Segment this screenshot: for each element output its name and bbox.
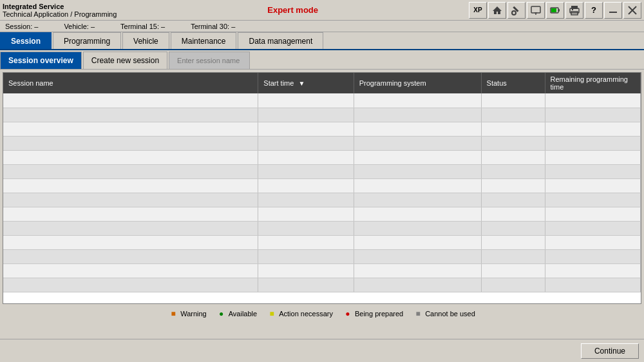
available-icon: ● <box>217 309 226 318</box>
terminal15-info: Terminal 15: – <box>120 23 165 30</box>
help-icon: ? <box>591 5 596 15</box>
svg-rect-8 <box>558 9 560 12</box>
expert-mode-label: Expert mode <box>267 5 318 15</box>
tab-vehicle[interactable]: Vehicle <box>122 32 169 49</box>
col-status: Status <box>481 73 545 93</box>
sub-nav: Session overview Create new session <box>0 50 644 70</box>
legend-warning-label: Warning <box>180 310 207 318</box>
title-bar: Integrated Service Technical Application… <box>0 0 644 21</box>
legend-cannot-be-used: ■ Cannot be used <box>413 309 475 318</box>
col-remaining-time: Remaining programming time <box>545 73 640 93</box>
table-row <box>3 221 641 235</box>
session-name-input[interactable] <box>177 57 242 64</box>
session-table: Session name Start time ▼ Programming sy… <box>3 73 641 292</box>
cannot-icon: ■ <box>413 309 422 318</box>
table-row <box>3 278 641 292</box>
content-area: Session name Start time ▼ Programming sy… <box>3 72 641 304</box>
main-nav: Session Programming Vehicle Maintenance … <box>0 32 644 50</box>
help-button[interactable]: ? <box>585 2 603 19</box>
monitor-button[interactable] <box>527 2 545 19</box>
prepared-icon: ● <box>343 309 352 318</box>
minimize-button[interactable] <box>604 2 622 19</box>
app-title-area: Integrated Service Technical Application… <box>3 3 117 18</box>
table-row <box>3 122 641 136</box>
table-row <box>3 93 641 108</box>
home-button[interactable] <box>488 2 506 19</box>
session-info: Session: – <box>5 23 38 30</box>
legend-action-necessary: ■ Action necessary <box>267 309 333 318</box>
svg-rect-12 <box>572 9 573 10</box>
sort-arrow-start-time: ▼ <box>298 80 305 87</box>
legend-bar: ■ Warning ● Available ■ Action necessary… <box>0 307 644 321</box>
legend-available: ● Available <box>217 309 257 318</box>
table-row <box>3 150 641 164</box>
legend-prepared-label: Being prepared <box>355 310 403 318</box>
col-programming-system: Programming system <box>354 73 481 93</box>
svg-rect-3 <box>531 6 540 13</box>
legend-action-label: Action necessary <box>279 310 333 318</box>
svg-rect-13 <box>609 12 617 13</box>
terminal30-info: Terminal 30: – <box>191 23 235 30</box>
home-icon <box>492 5 502 15</box>
print-icon <box>569 5 580 15</box>
col-session-name: Session name <box>3 73 258 93</box>
monitor-icon <box>531 5 541 15</box>
tools-button[interactable] <box>507 2 526 19</box>
svg-point-2 <box>512 11 516 15</box>
tab-maintenance[interactable]: Maintenance <box>171 32 237 49</box>
table-row <box>3 235 641 249</box>
table-row <box>3 136 641 150</box>
minimize-icon <box>608 5 618 15</box>
battery-button[interactable] <box>546 2 564 19</box>
legend-warning: ■ Warning <box>169 309 207 318</box>
svg-marker-0 <box>493 6 502 14</box>
close-icon <box>627 5 638 15</box>
sub-tab-session-overview[interactable]: Session overview <box>0 52 82 69</box>
app-title-line2: Technical Application / Programming <box>3 10 117 18</box>
tab-programming[interactable]: Programming <box>53 32 121 49</box>
toolbar-buttons: XP <box>469 2 641 19</box>
table-row <box>3 108 641 122</box>
sub-tab-enter-session-name[interactable] <box>169 52 250 69</box>
table-row <box>3 193 641 207</box>
legend-cannot-label: Cannot be used <box>425 310 475 318</box>
legend-available-label: Available <box>229 310 257 318</box>
xp-button[interactable]: XP <box>469 2 487 19</box>
table-row <box>3 164 641 178</box>
bottom-bar: Continue <box>0 339 644 362</box>
table-header-row: Session name Start time ▼ Programming sy… <box>3 73 641 93</box>
continue-button[interactable]: Continue <box>581 343 639 359</box>
table-row <box>3 207 641 221</box>
col-start-time[interactable]: Start time ▼ <box>258 73 354 93</box>
action-icon: ■ <box>267 309 276 318</box>
tools-icon <box>511 5 522 15</box>
warning-icon: ■ <box>169 309 178 318</box>
print-button[interactable] <box>565 2 583 19</box>
info-bar: Session: – Vehicle: – Terminal 15: – Ter… <box>0 21 644 32</box>
close-button[interactable] <box>623 2 641 19</box>
tab-session[interactable]: Session <box>0 32 52 49</box>
battery-icon <box>550 5 560 15</box>
table-row <box>3 249 641 263</box>
tab-data-management[interactable]: Data management <box>238 32 323 49</box>
svg-rect-7 <box>551 8 556 12</box>
table-row <box>3 178 641 193</box>
vehicle-info: Vehicle: – <box>64 23 95 30</box>
sub-tab-create-new-session[interactable]: Create new session <box>83 52 167 69</box>
app-title-line1: Integrated Service <box>3 3 117 10</box>
table-row <box>3 263 641 278</box>
legend-being-prepared: ● Being prepared <box>343 309 403 318</box>
